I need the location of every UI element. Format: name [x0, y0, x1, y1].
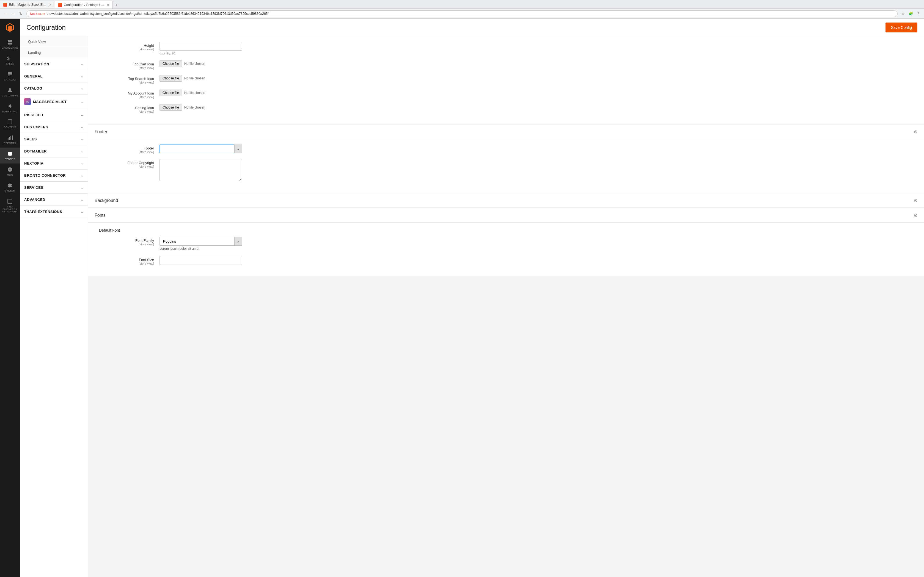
sidebar-logo[interactable] — [0, 19, 20, 36]
bookmark-button[interactable]: ☆ — [900, 10, 906, 17]
sidebar-item-content[interactable]: CONTENT — [0, 116, 20, 132]
font-size-row: Font Size [store view] — [99, 256, 913, 265]
menu-button[interactable]: ⋮ — [915, 10, 922, 17]
not-secure-badge: Not Secure — [30, 12, 45, 15]
nav-section-riskified[interactable]: RISKIFIED ⌄ — [20, 109, 88, 121]
customers-chevron: ⌄ — [81, 125, 84, 129]
font-family-select[interactable]: Poppins — [160, 237, 242, 246]
font-size-input[interactable] — [160, 256, 242, 265]
find-partners-icon — [6, 198, 13, 205]
nav-section-nextopia[interactable]: NEXTOPIA ⌄ — [20, 158, 88, 169]
sidebar-item-system[interactable]: SYSTEM — [0, 179, 20, 195]
nav-section-sales[interactable]: SALES ⌄ — [20, 133, 88, 145]
setting-icon-label: Setting Icon [store view] — [99, 104, 154, 113]
forward-button[interactable]: → — [10, 10, 16, 17]
thais-extensions-chevron: ⌄ — [81, 210, 84, 214]
reload-button[interactable]: ↻ — [18, 10, 24, 17]
riskified-label: RISKIFIED — [24, 113, 43, 117]
background-section-header[interactable]: Background ⊗ — [88, 193, 924, 208]
sales-icon: $ — [6, 55, 13, 61]
nav-section-general[interactable]: GENERAL ⌄ — [20, 70, 88, 82]
nav-section-customers[interactable]: CUSTOMERS ⌄ — [20, 121, 88, 133]
marketing-label: MARKETING — [2, 110, 18, 113]
extensions-button[interactable]: 🧩 — [908, 10, 914, 17]
font-family-label: Font Family [store view] — [99, 237, 154, 246]
reports-icon — [6, 134, 13, 141]
svg-rect-0 — [8, 40, 10, 42]
footer-select-wrap: ▲ — [160, 145, 242, 153]
sidebar-item-sales[interactable]: $ SALES — [0, 52, 20, 68]
default-font-title: Default Font — [99, 228, 913, 232]
setting-no-file: No file chosen — [184, 105, 205, 110]
new-tab-button[interactable]: + — [113, 1, 120, 8]
nav-section-advanced[interactable]: ADVANCED ⌄ — [20, 194, 88, 206]
font-size-control — [160, 256, 913, 265]
browser-tab-2[interactable]: Configuration / Settings / Stor... ✕ — [55, 1, 113, 8]
magespecialist-chevron: ⌄ — [81, 100, 84, 103]
sidebar-item-mgs[interactable]: MGS — [0, 163, 20, 179]
find-partners-label: FIND PARTNERS & EXTENSIONS — [1, 206, 19, 213]
my-account-no-file: No file chosen — [184, 91, 205, 95]
catalog-label: CATALOG — [24, 86, 42, 90]
nav-section-catalog[interactable]: CATALOG ⌄ — [20, 82, 88, 95]
footer-label: Footer [store view] — [99, 145, 154, 153]
address-bar[interactable]: Not Secure thewebster.local/admin/admin/… — [26, 10, 898, 17]
browser-tabs: Edit - Magento Stack Exchang... ✕ Config… — [0, 0, 924, 9]
top-search-control: Choose file No file chosen — [160, 75, 913, 82]
tab-close-2[interactable]: ✕ — [107, 3, 109, 7]
mgs-label: MGS — [7, 174, 13, 177]
nav-section-services[interactable]: SERVICES ⌄ — [20, 182, 88, 194]
setting-choose-file-btn[interactable]: Choose file — [160, 104, 182, 111]
back-button[interactable]: ← — [2, 10, 9, 17]
main-content: Configuration Save Config Quick View Lan… — [20, 19, 924, 577]
footer-copyright-textarea[interactable] — [160, 159, 242, 181]
sidebar-item-reports[interactable]: REPORTS — [0, 132, 20, 148]
customers-icon — [6, 87, 13, 93]
top-form-content: Height [store view] (px). Eg: 20 To — [88, 36, 924, 124]
footer-select[interactable] — [160, 145, 242, 153]
catalog-chevron: ⌄ — [81, 87, 84, 90]
nav-section-shipstation[interactable]: SHIPSTATION ⌄ — [20, 58, 88, 70]
svg-rect-1 — [10, 40, 12, 42]
tab-label-1: Edit - Magento Stack Exchang... — [9, 3, 47, 6]
sidebar-item-catalog[interactable]: CATALOG — [0, 68, 20, 84]
sales-nav-label: SALES — [24, 137, 37, 141]
tab-close-1[interactable]: ✕ — [49, 3, 52, 6]
nav-section-thais-extensions[interactable]: THAI'S EXTENSIONS ⌄ — [20, 206, 88, 218]
page-title: Configuration — [26, 24, 66, 31]
font-family-scope: [store view] — [99, 243, 154, 246]
svg-rect-12 — [8, 199, 12, 204]
nav-section-magespecialist[interactable]: MS MAGESPECIALIST ⌄ — [20, 95, 88, 109]
footer-copyright-label: Footer Copyright [store view] — [99, 159, 154, 168]
top-cart-choose-file-btn[interactable]: Choose file — [160, 60, 182, 67]
top-cart-scope: [store view] — [99, 66, 154, 69]
sidebar-item-customers[interactable]: CUSTOMERS — [0, 84, 20, 100]
my-account-control: Choose file No file chosen — [160, 90, 913, 96]
catalog-icon — [6, 71, 13, 77]
my-account-choose-file-btn[interactable]: Choose file — [160, 90, 182, 96]
sidebar-item-marketing[interactable]: MARKETING — [0, 100, 20, 116]
browser-navigation: ← → ↻ — [2, 10, 24, 17]
browser-tab-1[interactable]: Edit - Magento Stack Exchang... ✕ — [0, 1, 55, 8]
save-config-button[interactable]: Save Config — [885, 23, 918, 32]
fonts-section-header[interactable]: Fonts ⊗ — [88, 208, 924, 222]
sidebar-item-find-partners[interactable]: FIND PARTNERS & EXTENSIONS — [0, 195, 20, 216]
sidebar: DASHBOARD $ SALES CATALOG CUSTOMERS MARK… — [0, 19, 20, 577]
app-wrapper: DASHBOARD $ SALES CATALOG CUSTOMERS MARK… — [0, 19, 924, 577]
nav-item-quick-view[interactable]: Quick View — [20, 36, 88, 47]
height-input[interactable] — [160, 42, 242, 50]
footer-section-header[interactable]: Footer ⊗ — [88, 125, 924, 139]
sidebar-item-dashboard[interactable]: DASHBOARD — [0, 36, 20, 52]
dashboard-icon — [6, 39, 13, 46]
svg-rect-6 — [8, 119, 12, 124]
nav-section-bronto-connector[interactable]: BRONTO CONNECTOR ⌄ — [20, 169, 88, 182]
nav-item-landing[interactable]: Landing — [20, 47, 88, 58]
nav-section-dotmailer[interactable]: DOTMAILER ⌄ — [20, 145, 88, 158]
font-size-label: Font Size [store view] — [99, 256, 154, 265]
marketing-icon — [6, 103, 13, 110]
footer-control: ▲ — [160, 145, 913, 153]
sidebar-item-stores[interactable]: STORES — [0, 148, 20, 163]
top-cart-icon-row: Top Cart Icon [store view] Choose file N… — [99, 60, 913, 69]
top-search-choose-file-btn[interactable]: Choose file — [160, 75, 182, 82]
sales-label: SALES — [6, 63, 14, 65]
